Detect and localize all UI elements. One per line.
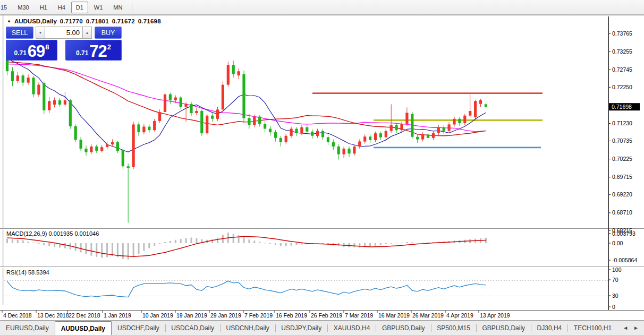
rsi-axis: 10070300 xyxy=(608,267,622,310)
candle xyxy=(469,111,471,116)
tab-gbpusd-daily[interactable]: GBPUSD,Daily xyxy=(376,321,431,335)
svg-text:0.73255: 0.73255 xyxy=(612,48,632,55)
buy-price-prefix: 0.71 xyxy=(76,49,88,57)
timeframe-toolbar: 15M30H1H4D1W1MN xyxy=(0,0,644,15)
tab-usdcad-daily[interactable]: USDCAD,Daily xyxy=(165,321,220,335)
svg-text:30: 30 xyxy=(612,293,618,299)
chart-tab-bar: EURUSD,DailyAUDUSD,DailyUSDCHF,DailyUSDC… xyxy=(0,320,644,335)
candle xyxy=(148,127,150,131)
candle xyxy=(11,71,14,81)
svg-text:70: 70 xyxy=(612,277,618,283)
timeframe-button-mn[interactable]: MN xyxy=(108,2,127,13)
candle xyxy=(158,112,161,121)
candle xyxy=(43,83,45,110)
svg-text:10 Jan 2019: 10 Jan 2019 xyxy=(142,312,173,319)
candle xyxy=(32,78,35,94)
tab-usdchf-daily[interactable]: USDCHF,Daily xyxy=(112,321,165,335)
tab-audusd-daily[interactable]: AUDUSD,Daily xyxy=(55,321,112,335)
mt4-window: 15M30H1H4D1W1MN 0.737650.732550.727450.7… xyxy=(0,0,644,335)
candle xyxy=(343,149,345,154)
candle xyxy=(180,98,182,107)
candle xyxy=(405,113,408,124)
svg-text:0.70735: 0.70735 xyxy=(612,138,632,144)
candle xyxy=(58,100,61,105)
candle xyxy=(206,116,208,133)
candle xyxy=(458,119,461,123)
timeframe-button-d1[interactable]: D1 xyxy=(71,2,88,13)
candle xyxy=(269,129,272,133)
timeframe-button-h1[interactable]: H1 xyxy=(35,2,52,13)
svg-text:7 Feb 2019: 7 Feb 2019 xyxy=(244,312,273,319)
buy-price-button[interactable]: 0.71 72 2 xyxy=(65,40,122,61)
volume-increase-button[interactable]: ▲ xyxy=(82,27,92,39)
candle xyxy=(285,136,287,142)
one-click-trading-panel: SELL ▼ 5.00 ▲ BUY 0.71 69 8 0.71 72 xyxy=(6,27,122,61)
candle xyxy=(195,111,198,113)
svg-text:0.73765: 0.73765 xyxy=(612,30,632,37)
buy-button[interactable]: BUY xyxy=(95,27,122,39)
svg-text:0: 0 xyxy=(612,304,615,310)
svg-text:19 Jan 2019: 19 Jan 2019 xyxy=(176,312,207,319)
volume-decrease-button[interactable]: ▼ xyxy=(36,27,45,39)
candle xyxy=(137,124,140,132)
ma-slow-line xyxy=(7,64,486,132)
tab-sp500-m15[interactable]: SP500,M15 xyxy=(431,321,476,335)
candle xyxy=(379,133,382,137)
ohlc-low: 0.71672 xyxy=(112,18,135,24)
svg-text:0.70225: 0.70225 xyxy=(612,156,632,162)
candle xyxy=(316,131,319,136)
candle xyxy=(290,129,293,136)
timeframe-button-h4[interactable]: H4 xyxy=(53,2,70,13)
svg-text:13 Apr 2019: 13 Apr 2019 xyxy=(480,312,510,319)
collapse-arrow-icon[interactable]: ▲ xyxy=(7,19,11,23)
candle xyxy=(122,150,124,167)
timeframe-button-m30[interactable]: M30 xyxy=(13,2,33,13)
candle xyxy=(69,100,72,126)
tab-scroll-left-icon[interactable]: ◄ xyxy=(623,325,628,331)
candle xyxy=(264,124,266,128)
candle xyxy=(64,100,66,105)
svg-text:0.68710: 0.68710 xyxy=(612,209,632,216)
tab-tech100-h1[interactable]: TECH100,H1 xyxy=(568,321,617,335)
candle xyxy=(238,71,240,75)
candle xyxy=(258,117,261,124)
candle xyxy=(485,104,487,107)
svg-text:0.69715: 0.69715 xyxy=(612,174,632,180)
tab-scroll-right-icon[interactable]: ► xyxy=(633,325,639,331)
ohlc-high: 0.71801 xyxy=(86,18,109,24)
candle xyxy=(90,147,92,152)
sell-price-pipette: 8 xyxy=(45,43,49,51)
timeframe-button-w1[interactable]: W1 xyxy=(89,2,108,13)
candle xyxy=(479,100,482,104)
candle xyxy=(153,121,156,130)
ma-mid-line xyxy=(7,62,486,136)
tab-usdjpy-daily[interactable]: USDJPY,Daily xyxy=(275,321,327,335)
chevron-down-icon: ▼ xyxy=(39,31,43,35)
svg-text:29 Jan 2019: 29 Jan 2019 xyxy=(210,312,241,319)
svg-text:0.71230: 0.71230 xyxy=(612,120,632,126)
chart-symbol-period: AUDUSD,Daily xyxy=(14,18,57,24)
svg-text:26 Mar 2019: 26 Mar 2019 xyxy=(412,312,444,319)
tab-gbpusd-daily[interactable]: GBPUSD,Daily xyxy=(476,321,531,335)
candle xyxy=(432,133,435,138)
tab-usdcnh-daily[interactable]: USDCNH,Daily xyxy=(220,321,275,335)
rsi-label: RSI(14) 58.5394 xyxy=(6,269,49,276)
candle xyxy=(369,136,371,140)
tab-xauusd-h4[interactable]: XAUUSD,H4 xyxy=(328,321,376,335)
svg-text:0.71698: 0.71698 xyxy=(612,104,632,110)
candle xyxy=(142,127,145,133)
tab-dj30-h4[interactable]: DJ30,H4 xyxy=(531,321,568,335)
sell-price-button[interactable]: 0.71 69 8 xyxy=(6,40,57,61)
tab-eurusd-daily[interactable]: EURUSD,Daily xyxy=(0,321,55,335)
candle xyxy=(448,124,451,131)
svg-text:22 Dec 2018: 22 Dec 2018 xyxy=(69,312,100,319)
volume-input[interactable]: 5.00 xyxy=(45,27,82,39)
candle xyxy=(443,127,445,131)
candle xyxy=(437,127,440,133)
svg-text:0.69220: 0.69220 xyxy=(612,191,632,197)
candle xyxy=(279,138,282,142)
timeframe-button-15[interactable]: 15 xyxy=(0,2,12,13)
candle xyxy=(169,95,172,100)
svg-text:7 Mar 2019: 7 Mar 2019 xyxy=(345,312,373,319)
sell-button[interactable]: SELL xyxy=(6,27,33,39)
